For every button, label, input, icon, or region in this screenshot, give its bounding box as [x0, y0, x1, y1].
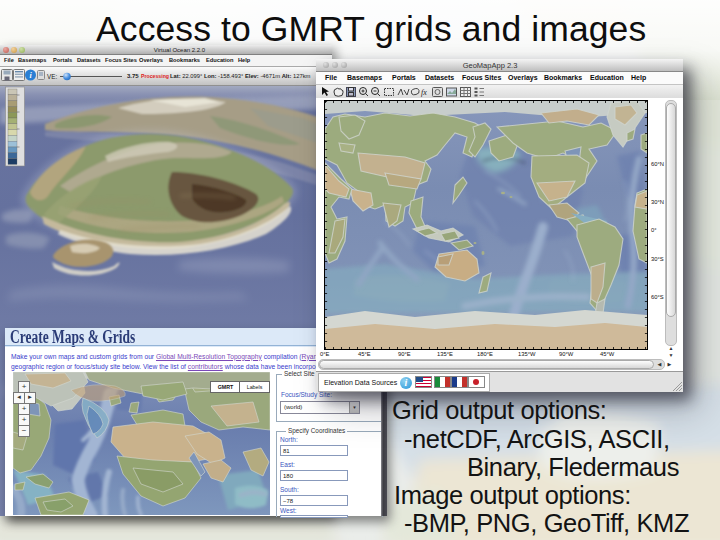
svg-text:fx: fx	[421, 88, 427, 97]
